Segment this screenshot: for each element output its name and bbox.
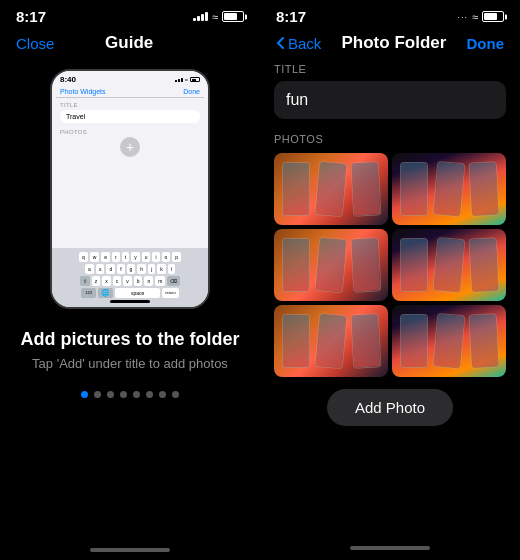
phone-keyboard: qwertyuiop asdfghjkl ⇧zxcvbnm⌫ 123 🌐 spa…: [52, 248, 208, 307]
photos-grid: [274, 153, 506, 377]
left-nav: Close Guide: [0, 29, 260, 61]
photo-cell-3[interactable]: [274, 229, 388, 301]
dot-5: [133, 391, 140, 398]
left-status-bar: 8:17 ≈: [0, 0, 260, 29]
phone-title-label: TITLE: [60, 102, 200, 108]
left-nav-title: Guide: [105, 33, 153, 53]
page-dots: [81, 391, 179, 398]
back-button[interactable]: Back: [276, 35, 321, 52]
photo-cell-6[interactable]: [392, 305, 506, 377]
right-content: TITLE fun PHOTOS: [260, 63, 520, 538]
guide-sub-text: Tap 'Add' under title to add photos: [20, 356, 239, 371]
title-input-field[interactable]: fun: [274, 81, 506, 119]
photos-section-label: PHOTOS: [274, 133, 506, 145]
right-nav: Back Photo Folder Done: [260, 29, 520, 63]
left-status-icons: ≈: [193, 11, 244, 23]
left-status-time: 8:17: [16, 8, 46, 25]
dot-4: [120, 391, 127, 398]
wifi-icon: ≈: [212, 11, 218, 23]
done-button[interactable]: Done: [467, 35, 505, 52]
photo-row-3: [274, 305, 506, 377]
dot-3: [107, 391, 114, 398]
right-wifi-icon: ≈: [472, 11, 478, 23]
dot-6: [146, 391, 153, 398]
phone-content: TITLE Travel PHOTOS +: [52, 98, 208, 248]
photo-cell-5[interactable]: [274, 305, 388, 377]
home-indicator-right: [350, 546, 430, 550]
guide-main-text: Add pictures to the folder: [20, 329, 239, 350]
left-panel: 8:17 ≈ Close Guide 8:40: [0, 0, 260, 560]
dot-8: [172, 391, 179, 398]
add-photo-container: Add Photo: [274, 389, 506, 426]
title-section-label: TITLE: [274, 63, 506, 75]
right-battery-icon: [482, 11, 504, 22]
close-button[interactable]: Close: [16, 35, 54, 52]
phone-mockup: 8:40 ≈ Photo Widgets Done: [50, 69, 210, 309]
phone-back-label: Photo Widgets: [60, 88, 106, 95]
phone-add-button: +: [120, 137, 140, 157]
right-status-bar: 8:17 ··· ≈: [260, 0, 520, 29]
photo-cell-4[interactable]: [392, 229, 506, 301]
dot-2: [94, 391, 101, 398]
photo-cell-2[interactable]: [392, 153, 506, 225]
battery-icon: [222, 11, 244, 22]
phone-time: 8:40: [60, 75, 76, 84]
guide-text-section: Add pictures to the folder Tap 'Add' und…: [0, 329, 259, 371]
phone-title-input: Travel: [60, 110, 200, 123]
photo-cell-1[interactable]: [274, 153, 388, 225]
dot-7: [159, 391, 166, 398]
home-indicator-left: [90, 548, 170, 552]
right-panel: 8:17 ··· ≈ Back Photo Folder Done TITLE …: [260, 0, 520, 560]
phone-nav-bar: Photo Widgets Done: [52, 86, 208, 97]
right-status-icons: ··· ≈: [457, 11, 504, 23]
dot-1: [81, 391, 88, 398]
right-nav-title: Photo Folder: [342, 33, 447, 53]
photo-row-1: [274, 153, 506, 225]
phone-done-label: Done: [183, 88, 200, 95]
add-photo-button[interactable]: Add Photo: [327, 389, 453, 426]
photo-row-2: [274, 229, 506, 301]
signal-icon: [193, 12, 208, 21]
phone-status-bar: 8:40 ≈: [52, 71, 208, 86]
phone-photos-label: PHOTOS: [60, 129, 200, 135]
right-status-time: 8:17: [276, 8, 306, 25]
